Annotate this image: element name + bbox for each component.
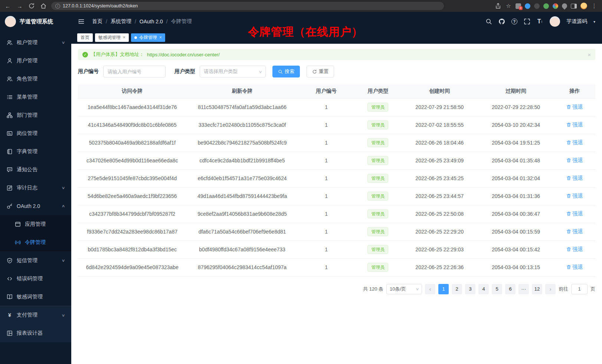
breadcrumb-oauth[interactable]: OAuth 2.0 [140,19,163,24]
user-id-cell: 1 [298,169,354,187]
browser-profile-avatar[interactable] [580,3,587,9]
col-access-token: 访问令牌 [78,85,187,98]
breadcrumb-home[interactable]: 首页 [92,18,102,25]
close-icon[interactable] [159,35,162,40]
tab-home[interactable]: 首页 [77,33,93,42]
extension-color-icon[interactable] [553,3,558,9]
force-logout-button[interactable]: 强退 [566,157,583,164]
sidebar-item-dept[interactable]: 部门管理 [0,106,71,124]
user-type-cell: 管理员 [355,134,401,152]
help-icon[interactable] [511,19,517,24]
sidepanel-icon[interactable] [571,4,577,9]
chevron-down-icon [258,70,262,74]
sidebar-item-label: 菜单管理 [17,94,37,100]
page-button-4[interactable]: 4 [478,284,489,294]
force-logout-button[interactable]: 强退 [566,246,583,253]
page-button-3[interactable]: 3 [465,284,475,294]
expires-cell: 2054-03-04 00:13:15 [478,258,554,276]
font-size-icon[interactable] [537,18,543,25]
more-pages-button[interactable]: ··· [518,284,529,294]
tab-token-management[interactable]: 令牌管理 [131,33,165,42]
sidebar-item-audit-log[interactable]: 审计日志 [0,179,71,197]
tab-sensitive-words[interactable]: 敏感词管理 [95,33,129,42]
info-icon[interactable]: i [55,4,60,9]
sidebar-item-report-designer[interactable]: 报表设计器 [0,324,71,342]
close-icon[interactable] [588,52,591,58]
page-button-2[interactable]: 2 [452,284,462,294]
actions-cell: 强退 [554,134,595,152]
breadcrumb-system[interactable]: 系统管理 [111,18,131,25]
extension-icon[interactable]: 0 [516,3,521,9]
reload-icon[interactable] [28,3,35,9]
github-icon[interactable] [498,18,505,25]
sidebar-item-oauth-token[interactable]: 令牌管理 [0,233,71,251]
sidebar: 芋道管理系统 租户管理 用户管理 角色管理 菜单管理 部 [0,12,71,364]
prev-page-button[interactable] [425,284,435,294]
force-logout-button[interactable]: 强退 [566,211,583,217]
avatar[interactable] [550,16,560,27]
forward-icon[interactable]: → [16,3,23,9]
sidebar-item-sensitive-word[interactable]: 敏感词管理 [0,288,71,306]
user-id-cell: 1 [298,152,354,169]
collapse-menu-icon[interactable] [78,18,85,25]
sidebar-item-post[interactable]: 岗位管理 [0,124,71,142]
sidebar-item-pay[interactable]: 支付管理 [0,306,71,324]
share-icon[interactable] [495,3,501,9]
page-button-12[interactable]: 12 [532,284,542,294]
user-type-cell: 管理员 [355,98,401,116]
col-user-id: 用户编号 [298,85,354,98]
reset-button[interactable]: 重置 [307,66,334,77]
close-icon[interactable] [123,35,125,40]
force-logout-button[interactable]: 强退 [566,193,583,199]
page-button-5[interactable]: 5 [492,284,502,294]
force-logout-button[interactable]: 强退 [566,104,583,110]
page-size-select[interactable]: 10条/页 [386,284,422,294]
sidebar-item-role[interactable]: 角色管理 [0,70,71,88]
sidebar-item-tenant[interactable]: 租户管理 [0,33,71,52]
force-logout-button[interactable]: 强退 [566,264,583,271]
sidebar-item-error-code[interactable]: 错误码管理 [0,269,71,288]
app-logo[interactable]: 芋道管理系统 [0,12,71,31]
goto-page-input[interactable] [571,284,588,294]
home-icon[interactable] [40,3,47,9]
actions-cell: 强退 [554,116,595,134]
pin-icon[interactable] [561,2,568,10]
force-logout-button[interactable]: 强退 [566,228,583,235]
bookmark-star-icon[interactable] [505,3,512,9]
goto-label: 前往 [559,286,568,292]
doc-link[interactable]: https://doc.iocoder.cn/user-center/ [147,52,220,57]
force-logout-button[interactable]: 强退 [566,139,583,146]
extension-dark-icon[interactable] [534,3,540,9]
sidebar-item-label: 字典管理 [17,148,37,155]
page-button-1[interactable]: 1 [438,284,449,294]
breadcrumb-separator [166,19,168,24]
chevron-down-icon[interactable] [593,20,595,24]
refresh-token-cell: 811c530487574fa0af1a59d3abc1aa66 [187,98,298,116]
sidebar-item-menu[interactable]: 菜单管理 [0,88,71,106]
back-icon[interactable]: ← [4,3,11,9]
user-id-cell: 1 [298,187,354,205]
extension-blue-icon[interactable] [525,3,530,9]
browser-menu-icon[interactable] [591,3,598,9]
next-page-button[interactable] [545,284,556,294]
user-name[interactable]: 芋道源码 [566,18,587,25]
fullscreen-icon[interactable] [524,18,530,25]
sidebar-item-notice[interactable]: 通知公告 [0,161,71,179]
key-icon [7,203,13,209]
force-logout-button[interactable]: 强退 [566,175,583,182]
sidebar-item-sms[interactable]: 短信管理 [0,251,71,269]
search-button[interactable]: 搜索 [272,66,300,77]
extension-green-icon[interactable] [543,3,549,9]
url-bar[interactable]: i 127.0.0.1:1024/system/oauth2/token [51,2,444,10]
yen-icon [7,312,13,318]
user-id-input[interactable] [103,66,166,77]
force-logout-button[interactable]: 强退 [566,122,583,128]
sidebar-item-user[interactable]: 用户管理 [0,52,71,70]
sidebar-item-oauth-app[interactable]: 应用管理 [0,215,71,233]
refresh-token-cell: cdfc4ce9c2da4bb1bdf21b9918ff4be5 [187,152,298,169]
page-button-6[interactable]: 6 [505,284,516,294]
sidebar-item-oauth[interactable]: OAuth 2.0 [0,197,71,215]
sidebar-item-dict[interactable]: 字典管理 [0,142,71,161]
user-type-select[interactable]: 请选择用户类型 [200,66,266,77]
search-icon[interactable] [485,18,492,25]
